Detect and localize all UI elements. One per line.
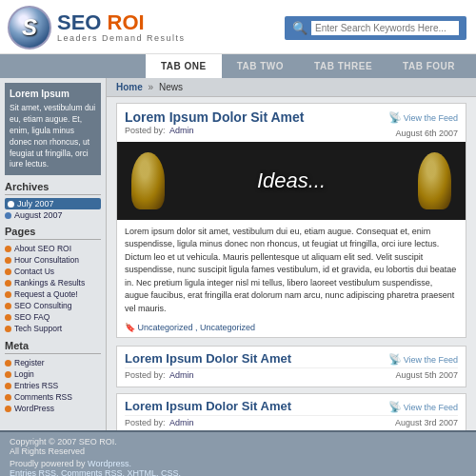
sidebar-meta-2[interactable]: Login [5, 368, 101, 380]
main-layout: Lorem Ipsum Sit amet, vestibulum dui eu,… [0, 78, 476, 430]
bullet-icon [5, 246, 11, 252]
footer-links-text[interactable]: Entries RSS, Comments RSS, XHTML, CSS. [10, 468, 181, 476]
logo-brand: SEO ROI [57, 12, 186, 33]
bullet-icon [5, 280, 11, 287]
content-inner: 📡 View the Feed August 6th 2007 Lorem Ip… [107, 97, 476, 430]
sidebar-page-5[interactable]: Request a Quote! [5, 288, 101, 300]
sidebar-meta-3[interactable]: Entries RSS [5, 380, 101, 391]
bullet-icon [5, 257, 11, 264]
bullet-icon [5, 212, 11, 219]
tab-two[interactable]: TAB TWO [222, 54, 299, 78]
bullet-icon [5, 291, 11, 298]
logo-text-block: SEO ROI Leaders Demand Results [57, 12, 186, 43]
logo-s-letter: S [22, 14, 37, 41]
header: S SEO ROI Leaders Demand Results 🔍 [0, 0, 476, 54]
sidebar-archive-jul[interactable]: July 2007 [5, 198, 101, 209]
sidebar-page-4[interactable]: Rankings & Results [5, 277, 101, 288]
article-main-body: Lorem ipsum dolor sit amet, vestibulum d… [117, 220, 466, 322]
sidebar-page-8[interactable]: Tech Support [5, 323, 101, 334]
breadcrumb-home-link[interactable]: Home [116, 82, 143, 92]
sidebar-pages-title: Pages [5, 226, 101, 240]
search-area: 🔍 [285, 16, 466, 40]
sidebar-page-1[interactable]: About SEO ROI [5, 243, 101, 254]
article-second-author-link[interactable]: Admin [169, 370, 194, 380]
sidebar: Lorem Ipsum Sit amet, vestibulum dui eu,… [0, 78, 107, 430]
featured-image-text: Ideas... [257, 169, 326, 193]
search-input[interactable] [311, 21, 459, 35]
article-main-feed-link[interactable]: View the Feed [404, 111, 458, 125]
sidebar-meta-4[interactable]: Comments RSS [5, 391, 101, 403]
article-main-date: August 6th 2007 [388, 127, 458, 140]
breadcrumb-separator: » [149, 82, 154, 92]
bullet-icon [5, 326, 11, 332]
breadcrumb-current: News [159, 82, 183, 92]
sidebar-page-3[interactable]: Contact Us [5, 266, 101, 277]
tab-one[interactable]: TAB ONE [146, 54, 222, 78]
footer-powered: Proudly powered by Wordpress. [10, 459, 466, 468]
nav-tabs: TAB ONE TAB TWO TAB THREE TAB FOUR [0, 54, 476, 78]
article-third-date: August 3rd 2007 [388, 416, 458, 429]
sidebar-promo-title: Lorem Ipsum [10, 88, 96, 101]
article-second-date: August 5th 2007 [388, 368, 458, 382]
sidebar-meta-5[interactable]: WordPress [5, 403, 101, 414]
sidebar-page-2[interactable]: Hour Consultation [5, 254, 101, 266]
sidebar-page-6[interactable]: SEO Consulting [5, 300, 101, 311]
footer-wordpress-link[interactable]: Wordpress. [88, 459, 131, 468]
feed-icon: 📡 [388, 109, 402, 127]
bullet-icon [8, 201, 14, 208]
bullet-icon [5, 394, 11, 401]
content-area: Home » News 📡 View the Feed August 6th 2… [107, 78, 476, 430]
bulb-right-decoration [418, 152, 451, 209]
sidebar-meta-section: Meta Register Login Entries RSS Comments… [5, 340, 101, 414]
logo-circle: S [8, 6, 51, 50]
feed-icon: 📡 [388, 399, 402, 416]
sidebar-pages-section: Pages About SEO ROI Hour Consultation Co… [5, 226, 101, 334]
sidebar-archive-aug[interactable]: August 2007 [5, 210, 101, 220]
logo-tagline: Leaders Demand Results [57, 33, 186, 43]
bullet-icon [5, 303, 11, 309]
article-main-tags: 🔖 Uncategorized , Uncategorized [117, 321, 466, 337]
article-main-header: 📡 View the Feed August 6th 2007 Lorem Ip… [117, 104, 466, 142]
feed-icon: 📡 [388, 351, 402, 368]
article-card-third: 📡 View the Feed August 3rd 2007 Lorem Ip… [116, 393, 466, 430]
search-icon: 🔍 [292, 21, 307, 35]
footer-links: Entries RSS, Comments RSS, XHTML, CSS. [10, 468, 466, 476]
article-second-feed-link[interactable]: View the Feed [404, 353, 458, 367]
sidebar-meta-1[interactable]: Register [5, 357, 101, 368]
sidebar-promo-box: Lorem Ipsum Sit amet, vestibulum dui eu,… [5, 83, 101, 175]
breadcrumb: Home » News [107, 78, 476, 97]
bullet-icon [5, 314, 11, 321]
sidebar-archives-title: Archives [5, 181, 101, 195]
footer: Copyright © 2007 SEO ROI. All Rights Res… [0, 430, 476, 476]
article-main-author-link[interactable]: Admin [169, 126, 194, 135]
bullet-icon [5, 406, 11, 412]
bulb-left-decoration [131, 152, 165, 209]
sidebar-page-7[interactable]: SEO FAQ [5, 311, 101, 323]
article-third-actions: 📡 View the Feed August 3rd 2007 [388, 399, 458, 429]
tab-four[interactable]: TAB FOUR [387, 54, 470, 78]
sidebar-promo-text: Sit amet, vestibulum dui eu, etiam augue… [10, 103, 96, 170]
article-card-second: 📡 View the Feed August 5th 2007 Lorem Ip… [116, 346, 466, 387]
sidebar-archives-section: Archives July 2007 August 2007 [5, 181, 101, 220]
article-second-actions: 📡 View the Feed August 5th 2007 [388, 351, 458, 382]
sidebar-meta-title: Meta [5, 340, 101, 354]
bullet-icon [5, 268, 11, 275]
article-third-author-link[interactable]: Admin [169, 418, 194, 427]
article-third-feed-link[interactable]: View the Feed [404, 401, 458, 414]
logo-area: S SEO ROI Leaders Demand Results [8, 6, 186, 50]
bullet-icon [5, 383, 11, 389]
article-card-main: 📡 View the Feed August 6th 2007 Lorem Ip… [116, 103, 466, 338]
bullet-icon [5, 360, 11, 367]
article-main-tags-link[interactable]: Uncategorized , Uncategorized [138, 323, 256, 332]
footer-copyright: Copyright © 2007 SEO ROI. All Rights Res… [10, 437, 466, 456]
article-main-featured-image: Ideas... [117, 142, 466, 220]
tab-three[interactable]: TAB THREE [299, 54, 387, 78]
bullet-icon [5, 371, 11, 378]
article-main-actions: 📡 View the Feed August 6th 2007 [388, 109, 458, 140]
